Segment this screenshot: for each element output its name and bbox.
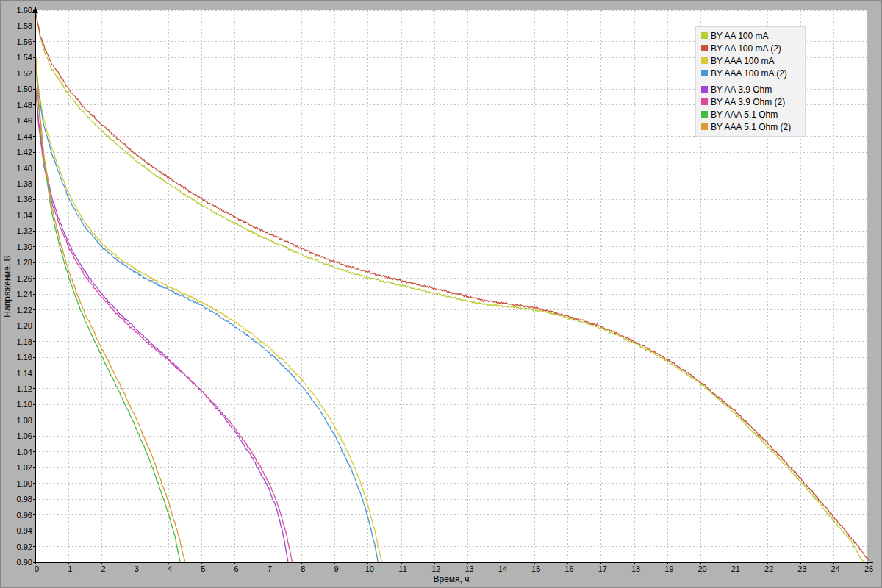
legend-label: BY AAA 5.1 Ohm (2): [711, 122, 791, 132]
legend-swatch-icon: [701, 123, 708, 130]
y-tick-label: 1.12: [17, 384, 32, 393]
legend-swatch-icon: [701, 45, 708, 51]
legend-swatch-icon: [701, 111, 708, 118]
legend-label: BY AA 100 mA: [711, 31, 769, 41]
legend-label: BY AA 3.9 Ohm: [711, 85, 772, 95]
x-tick-label: 14: [498, 564, 507, 573]
x-tick-label: 15: [531, 564, 540, 573]
y-tick-label: 1.46: [17, 116, 32, 125]
legend-swatch-icon: [701, 32, 708, 39]
y-tick-label: 1.28: [17, 258, 32, 267]
legend-item-5: BY AA 3.9 Ohm: [701, 85, 772, 95]
y-tick-label: 1.32: [17, 226, 32, 235]
x-tick-label: 3: [135, 564, 139, 573]
y-tick-label: 1.30: [17, 243, 32, 251]
y-tick-label: 0.96: [17, 511, 32, 520]
x-tick-label: 10: [365, 564, 374, 573]
y-tick-label: 0.90: [17, 558, 32, 567]
y-tick-label: 1.20: [17, 321, 32, 330]
legend-item-8: BY AAA 5.1 Ohm (2): [701, 122, 791, 132]
x-tick-label: 2: [101, 564, 105, 573]
battery-discharge-chart: 0.900.920.940.960.981.001.021.041.061.08…: [1, 1, 881, 587]
x-tick-label: 25: [864, 564, 873, 573]
y-tick-label: 1.34: [17, 211, 32, 220]
legend-item-1: BY AA 100 mA: [701, 31, 769, 41]
y-tick-label: 1.38: [17, 179, 32, 188]
legend-label: BY AAA 5.1 Ohm: [711, 110, 778, 120]
legend-swatch-icon: [701, 57, 708, 64]
x-tick-label: 16: [564, 564, 573, 573]
x-tick-label: 11: [398, 564, 406, 573]
y-tick-label: 1.36: [17, 195, 32, 204]
legend-item-4: BY AAA 100 mA (2): [701, 68, 787, 79]
x-tick-label: 6: [234, 564, 239, 573]
x-tick-label: 20: [698, 564, 706, 573]
legend-label: BY AA 3.9 Ohm (2): [711, 97, 785, 107]
y-tick-label: 1.06: [17, 431, 32, 440]
y-tick-label: 1.52: [17, 69, 32, 78]
y-tick-label: 1.22: [17, 306, 32, 315]
legend-item-6: BY AA 3.9 Ohm (2): [701, 97, 785, 107]
y-tick-label: 1.00: [17, 479, 32, 488]
y-axis-title: Напряжение, В: [2, 255, 12, 317]
y-tick-label: 1.18: [17, 337, 32, 346]
legend-label: BY AAA 100 mA: [711, 56, 775, 66]
y-tick-label: 1.50: [17, 85, 32, 93]
x-tick-label: 7: [268, 564, 272, 573]
x-tick-label: 4: [168, 564, 172, 573]
y-tick-label: 0.94: [17, 526, 32, 535]
y-tick-label: 1.44: [17, 132, 32, 141]
y-tick-label: 1.26: [17, 274, 32, 283]
y-tick-label: 1.02: [17, 463, 32, 472]
y-tick-label: 1.58: [17, 21, 32, 30]
battery-discharge-chart-window: 0.900.920.940.960.981.001.021.041.061.08…: [0, 0, 882, 588]
y-tick-label: 0.98: [17, 495, 32, 503]
x-tick-label: 5: [201, 564, 205, 573]
x-tick-label: 0: [35, 564, 39, 573]
y-tick-label: 1.04: [17, 448, 32, 456]
y-tick-label: 1.10: [17, 400, 32, 409]
x-tick-label: 13: [465, 564, 474, 573]
x-tick-label: 21: [731, 564, 740, 573]
y-tick-label: 1.16: [17, 353, 32, 362]
x-tick-label: 18: [631, 564, 640, 573]
legend-swatch-icon: [701, 86, 708, 93]
y-tick-label: 0.92: [17, 542, 32, 551]
x-tick-label: 1: [68, 564, 72, 573]
x-tick-label: 19: [664, 564, 673, 573]
y-tick-label: 1.56: [17, 37, 32, 46]
legend: BY AA 100 mABY AA 100 mA (2)BY AAA 100 m…: [695, 26, 806, 137]
y-tick-label: 1.60: [17, 6, 32, 15]
x-tick-label: 17: [598, 564, 607, 573]
y-tick-label: 1.54: [17, 53, 32, 62]
y-tick-label: 1.40: [17, 164, 32, 173]
x-tick-label: 22: [764, 564, 773, 573]
y-tick-label: 1.08: [17, 416, 32, 425]
y-tick-label: 1.48: [17, 101, 32, 110]
legend-label: BY AA 100 mA (2): [711, 43, 781, 54]
legend-label: BY AAA 100 mA (2): [711, 68, 787, 79]
x-tick-label: 23: [797, 564, 806, 573]
legend-swatch-icon: [701, 98, 708, 105]
x-tick-label: 9: [334, 564, 338, 573]
x-axis-title: Время, ч: [433, 574, 469, 584]
x-tick-label: 12: [431, 564, 440, 573]
y-tick-label: 1.24: [17, 290, 32, 298]
legend-swatch-icon: [701, 70, 708, 76]
legend-item-7: BY AAA 5.1 Ohm: [701, 110, 778, 120]
legend-item-3: BY AAA 100 mA: [701, 56, 775, 66]
x-tick-label: 24: [831, 564, 840, 573]
y-tick-label: 1.42: [17, 148, 32, 157]
x-tick-label: 8: [301, 564, 305, 573]
legend-item-2: BY AA 100 mA (2): [701, 43, 781, 54]
y-tick-label: 1.14: [17, 369, 32, 378]
